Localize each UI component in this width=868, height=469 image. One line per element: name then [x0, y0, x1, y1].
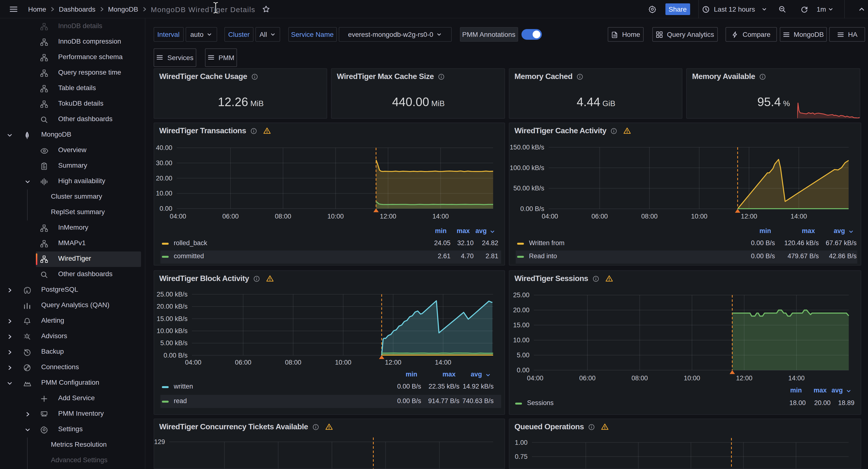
- svg-text:10.00: 10.00: [513, 337, 529, 344]
- svg-text:10:00: 10:00: [335, 359, 351, 366]
- svg-text:08:00: 08:00: [285, 359, 301, 366]
- svg-text:0.00: 0.00: [517, 367, 529, 374]
- svg-text:12:00: 12:00: [380, 213, 396, 220]
- svg-text:06:00: 06:00: [591, 213, 608, 220]
- svg-text:08:00: 08:00: [641, 213, 657, 220]
- svg-text:04:00: 04:00: [541, 213, 558, 220]
- svg-text:06:00: 06:00: [579, 375, 595, 382]
- svg-text:20.00: 20.00: [513, 307, 529, 314]
- svg-text:0.75: 0.75: [515, 453, 527, 460]
- svg-text:12:00: 12:00: [736, 375, 752, 382]
- svg-text:100.00 kB/s: 100.00 kB/s: [509, 164, 544, 171]
- svg-text:10.00: 10.00: [156, 190, 172, 197]
- svg-text:14:00: 14:00: [790, 213, 807, 220]
- svg-text:10.00 kB/s: 10.00 kB/s: [156, 327, 187, 335]
- svg-text:25.00 kB/s: 25.00 kB/s: [156, 291, 187, 298]
- svg-text:10:00: 10:00: [691, 213, 707, 220]
- svg-text:15.00 kB/s: 15.00 kB/s: [156, 315, 187, 322]
- svg-text:5.00 kB/s: 5.00 kB/s: [160, 339, 187, 347]
- svg-text:04:00: 04:00: [185, 359, 201, 366]
- svg-text:5.00: 5.00: [517, 351, 529, 359]
- svg-text:12:00: 12:00: [385, 359, 401, 366]
- svg-text:10:00: 10:00: [684, 375, 700, 382]
- svg-text:06:00: 06:00: [235, 359, 251, 366]
- svg-text:04:00: 04:00: [169, 213, 186, 220]
- svg-text:0.00 B/s: 0.00 B/s: [520, 205, 544, 213]
- svg-text:30.00: 30.00: [156, 159, 172, 167]
- svg-text:15.00: 15.00: [513, 321, 529, 329]
- svg-text:14:00: 14:00: [435, 359, 451, 366]
- svg-text:20.00: 20.00: [156, 175, 172, 182]
- svg-text:08:00: 08:00: [275, 213, 291, 220]
- svg-text:08:00: 08:00: [631, 375, 648, 382]
- svg-text:06:00: 06:00: [222, 213, 239, 220]
- svg-text:0.00 B/s: 0.00 B/s: [163, 352, 187, 359]
- svg-text:1.00: 1.00: [515, 439, 527, 446]
- svg-text:12:00: 12:00: [741, 213, 757, 220]
- svg-text:10:00: 10:00: [327, 213, 344, 220]
- svg-text:129: 129: [154, 438, 165, 445]
- svg-text:25.00: 25.00: [513, 291, 529, 299]
- svg-text:50.00 kB/s: 50.00 kB/s: [513, 185, 544, 192]
- svg-text:0.00: 0.00: [159, 205, 172, 212]
- svg-text:150.00 kB/s: 150.00 kB/s: [509, 144, 544, 151]
- svg-text:14:00: 14:00: [788, 375, 805, 382]
- svg-text:40.00: 40.00: [156, 144, 172, 151]
- svg-text:14:00: 14:00: [432, 213, 448, 220]
- svg-text:04:00: 04:00: [527, 375, 543, 382]
- svg-text:20.00 kB/s: 20.00 kB/s: [156, 303, 187, 310]
